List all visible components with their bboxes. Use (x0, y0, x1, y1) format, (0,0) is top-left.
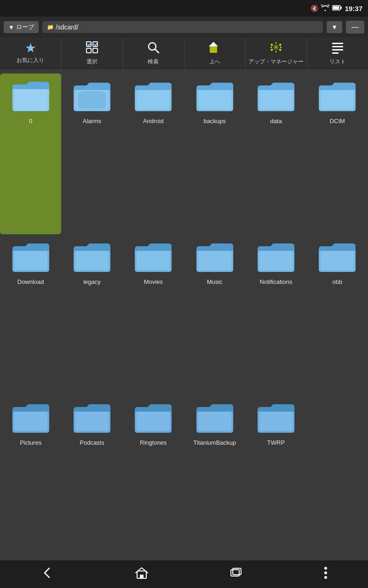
list-icon (331, 41, 344, 56)
folder-label-dcim: DCIM (330, 118, 345, 125)
folder-label-download: Download (17, 278, 44, 286)
svg-point-24 (324, 576, 327, 579)
folder-icon-data (256, 78, 296, 115)
svg-point-22 (324, 567, 327, 570)
folder-icon-alarms (72, 78, 112, 115)
folder-label-podcasts: Podcasts (80, 439, 104, 447)
folder-label-obb: obb (332, 278, 342, 286)
svg-rect-15 (332, 46, 343, 47)
folder-label-zero: 0 (29, 118, 32, 125)
folder-icon-notifications (256, 239, 296, 276)
folder-item-movies[interactable]: Movies (123, 234, 184, 395)
folder-icon-music (195, 239, 235, 276)
file-grid: 0 Alarms Android (0, 69, 368, 560)
toolbar: ★ お気に入り 選択 検索 (0, 38, 368, 69)
folder-item-data[interactable]: data (245, 74, 306, 234)
home-button[interactable] (126, 563, 157, 586)
folder-item-alarms[interactable]: Alarms (61, 74, 122, 234)
svg-rect-14 (332, 43, 343, 44)
folder-item-dcim[interactable]: DCIM (307, 74, 368, 234)
folder-item-pictures[interactable]: Pictures (0, 395, 61, 556)
search-icon (147, 41, 160, 56)
toolbar-search-label: 検索 (148, 58, 159, 66)
folder-label-pictures: Pictures (20, 439, 41, 447)
folder-item-twrp[interactable]: TWRP (245, 395, 306, 556)
folder-item-download[interactable]: Download (0, 234, 61, 395)
svg-rect-6 (93, 48, 98, 53)
minimize-button[interactable]: — (346, 21, 364, 34)
folder-icon-podcasts (72, 400, 112, 436)
svg-rect-5 (86, 48, 91, 53)
svg-line-8 (155, 49, 159, 53)
svg-rect-19 (140, 575, 144, 578)
toolbar-select-label: 選択 (86, 58, 98, 66)
current-path: /sdcard/ (56, 23, 79, 31)
folder-item-titaniumbackup[interactable]: TitaniumBackup (184, 395, 245, 556)
folder-item-zero[interactable]: 0 (0, 74, 61, 234)
folder-label-data: data (270, 118, 282, 125)
folder-icon-titaniumbackup (195, 400, 235, 436)
status-icons: 🔇 19:37 (310, 5, 362, 12)
svg-marker-10 (209, 42, 218, 46)
folder-item-notifications[interactable]: Notifications (245, 234, 306, 395)
folder-icon-pictures (11, 400, 51, 436)
folder-label-notifications: Notifications (260, 278, 293, 286)
svg-rect-17 (332, 52, 339, 54)
folder-icon-legacy (72, 239, 112, 276)
star-icon: ★ (25, 42, 36, 55)
folder-icon-obb (317, 239, 357, 276)
folder-icon-ringtones (133, 400, 173, 436)
svg-point-23 (324, 571, 327, 574)
folder-icon-backups (195, 78, 235, 115)
folder-item-android[interactable]: Android (123, 74, 184, 234)
folder-label-music: Music (207, 278, 223, 286)
svg-rect-2 (333, 6, 339, 9)
folder-icon-dcim (317, 78, 357, 115)
folder-icon-twrp (256, 400, 296, 436)
path-bar: 📁 /sdcard/ (42, 21, 323, 33)
toolbar-select-button[interactable]: 選択 (62, 38, 123, 68)
gear-icon (269, 41, 283, 56)
folder-label-android: Android (143, 118, 164, 125)
folder-icon-zero (11, 78, 51, 115)
toolbar-list-button[interactable]: リスト (307, 38, 368, 68)
folder-label-twrp: TWRP (267, 439, 285, 447)
folder-small-icon: 📁 (47, 24, 54, 30)
toolbar-up-label: 上へ (209, 58, 220, 66)
toolbar-appmanager-button[interactable]: アップ・マネージャー (246, 38, 307, 68)
toolbar-up-button[interactable]: 上へ (184, 38, 246, 68)
toolbar-search-button[interactable]: 検索 (123, 38, 184, 68)
folder-item-legacy[interactable]: legacy (61, 234, 122, 395)
folder-label-titaniumbackup: TitaniumBackup (193, 439, 236, 447)
status-bar: 🔇 19:37 (0, 0, 368, 17)
up-icon (208, 41, 222, 56)
menu-button[interactable] (315, 563, 337, 586)
svg-rect-9 (210, 46, 217, 53)
folder-item-ringtones[interactable]: Ringtones (123, 395, 184, 556)
mute-icon: 🔇 (310, 5, 318, 12)
toolbar-list-label: リスト (329, 58, 346, 66)
wifi-icon (321, 5, 329, 12)
toolbar-favorites-button[interactable]: ★ お気に入り (0, 38, 62, 68)
dropdown-button[interactable]: ▼ (327, 21, 342, 33)
folder-item-podcasts[interactable]: Podcasts (61, 395, 122, 556)
svg-rect-16 (332, 49, 343, 51)
folder-label-alarms: Alarms (83, 118, 101, 125)
folder-label-legacy: legacy (83, 278, 101, 286)
folder-label-backups: backups (203, 118, 225, 125)
select-icon (86, 41, 98, 56)
toolbar-favorites-label: お気に入り (17, 57, 44, 64)
folder-item-music[interactable]: Music (184, 234, 245, 395)
toolbar-appmanager-label: アップ・マネージャー (248, 58, 304, 66)
status-time: 19:37 (345, 5, 362, 12)
nav-back-label: ローブ (16, 23, 34, 31)
svg-rect-1 (340, 6, 342, 9)
recent-apps-button[interactable] (220, 563, 252, 586)
folder-item-obb[interactable]: obb (307, 234, 368, 395)
back-button[interactable] (32, 563, 63, 586)
folder-item-backups[interactable]: backups (184, 74, 245, 234)
folder-label-ringtones: Ringtones (140, 439, 167, 447)
title-bar: ▼ ローブ 📁 /sdcard/ ▼ — (0, 17, 368, 38)
nav-back-button[interactable]: ▼ ローブ (4, 21, 39, 33)
folder-icon-android (133, 78, 173, 115)
